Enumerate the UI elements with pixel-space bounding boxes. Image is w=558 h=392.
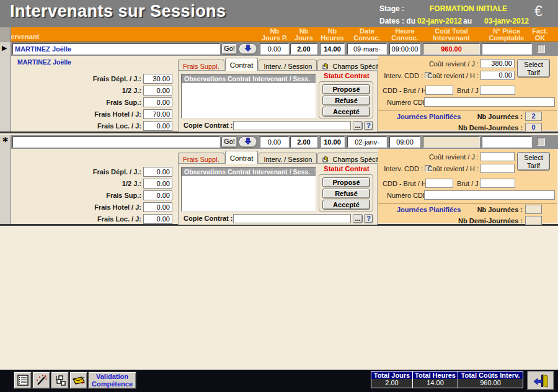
frais-demi-field[interactable]: 0.00 [143, 86, 172, 96]
frais-sup-field[interactable]: 0.00 [143, 190, 172, 200]
cout-revient-h-field[interactable] [480, 164, 515, 173]
brut-j-label: Brut / J : [457, 87, 482, 94]
heure-convoc-field[interactable]: 09:00:00 [389, 43, 420, 55]
browse-button[interactable]: ... [353, 214, 363, 223]
frais-loc-label: Frais Loc. / J: [36, 215, 141, 223]
cout-revient-j-label: Coût revient / J : [429, 60, 479, 68]
select-tarif-button[interactable]: Select Tarif [517, 152, 550, 171]
frais-hotel-field[interactable]: 70.00 [143, 109, 172, 119]
tab-frais-suppl[interactable]: Frais Suppl. [178, 153, 224, 164]
propose-button[interactable]: Proposé [322, 84, 370, 94]
fact-ok-checkbox[interactable] [537, 45, 545, 53]
cdd-brut-h-field[interactable] [425, 179, 453, 188]
date-convoc-field[interactable]: 09-mars-2010 [347, 43, 387, 55]
nb-heures-field[interactable]: 10.00 [320, 136, 345, 148]
panel-divider [378, 110, 557, 110]
col-fact-ok: Fact. OK [528, 28, 552, 42]
arrow-down-button[interactable] [239, 136, 257, 148]
tab-interv-session[interactable]: Interv. / Session [259, 153, 317, 164]
record-detail: MARTINEZ Joëlle Frais Dépl. / J.: 30.00 … [11, 56, 558, 131]
help-button[interactable]: ? [364, 121, 373, 130]
tab-contrat[interactable]: Contrat [225, 151, 259, 164]
intervenant-field[interactable]: MARTINEZ Joëlle [12, 43, 220, 55]
frais-demi-label: 1/2 J.: [36, 180, 141, 187]
frais-depl-field[interactable]: 0.00 [143, 167, 172, 177]
nb-jours-p-field[interactable]: 0.00 [260, 136, 289, 148]
frais-hotel-field[interactable]: 0.00 [143, 202, 172, 212]
record-selector-gutter[interactable]: ▶ [0, 42, 11, 131]
copie-contrat-field[interactable] [233, 214, 351, 223]
frais-demi-field[interactable]: 0.00 [143, 179, 172, 189]
org-chart-button[interactable] [51, 372, 69, 389]
date-convoc-field[interactable]: 02-janv-2012 [347, 136, 387, 148]
nb-jours-p-field[interactable]: 0.00 [260, 43, 289, 55]
numero-cdd-field[interactable] [424, 97, 555, 107]
col-cout-total: Coût Total Intervenant [423, 28, 479, 42]
fact-ok-checkbox[interactable] [537, 138, 545, 146]
record-selector-gutter[interactable]: * [0, 135, 11, 224]
numero-cdd-field[interactable] [424, 190, 555, 200]
nb-jours-field[interactable]: 2.00 [290, 136, 317, 148]
arrow-down-icon [244, 137, 252, 145]
tab-frais-suppl[interactable]: Frais Suppl. [178, 60, 224, 71]
frais-depl-label: Frais Dépl. / J.: [36, 168, 141, 176]
accepte-button[interactable]: Accepté [322, 200, 370, 210]
copie-contrat-field[interactable] [233, 121, 351, 130]
propose-button[interactable]: Proposé [322, 177, 370, 187]
col-heure-convoc: Heure Convoc. [386, 28, 423, 42]
accepte-button[interactable]: Accepté [322, 107, 370, 117]
brut-j-field[interactable] [480, 179, 515, 188]
journees-planifiees-label: Journées Planifiées [397, 206, 461, 213]
cout-revient-h-field[interactable]: 0.00 [480, 71, 515, 80]
cout-revient-j-field[interactable] [480, 152, 515, 161]
arrow-down-button[interactable] [239, 43, 257, 55]
detail-tabs: Frais Suppl. Contrat Interv. / Session C… [178, 58, 401, 71]
heure-convoc-field[interactable]: 09:00 [389, 136, 420, 148]
frais-hotel-label: Frais Hotel / J: [36, 203, 141, 211]
frais-loc-field[interactable]: 0.00 [143, 121, 172, 131]
detail-intervenant-name: MARTINEZ Joëlle [17, 58, 71, 66]
cout-total-field: 960.00 [423, 43, 480, 55]
go-button[interactable]: Go! [221, 136, 237, 148]
observations-textarea[interactable]: Observations Contrat Intervenant / Sess. [181, 167, 316, 212]
tab-interv-session[interactable]: Interv. / Session [259, 60, 317, 71]
cdd-brut-h-field[interactable] [425, 86, 453, 95]
cout-revient-h-label: Coût revient / H : [427, 72, 479, 79]
frais-loc-field[interactable]: 0.00 [143, 214, 172, 224]
dates-to-label: au [463, 17, 472, 25]
intervenant-field[interactable] [12, 136, 220, 148]
mail-button[interactable] [69, 372, 87, 389]
cout-panel: Coût revient / J : 380.00 Select Tarif I… [378, 56, 557, 130]
piece-comptable-field[interactable] [482, 136, 532, 148]
nb-demi-journees-label: Nb Demi-Journées : [458, 217, 523, 225]
go-button[interactable]: Go! [221, 43, 237, 55]
brut-j-field[interactable] [480, 86, 515, 95]
nb-heures-field[interactable]: 14.00 [320, 43, 345, 55]
col-nb-heures: Nb Heures [314, 28, 351, 42]
refuse-button[interactable]: Refusé [322, 189, 370, 198]
nb-journees-label: Nb Journées : [477, 206, 523, 213]
records-list-button[interactable] [14, 372, 32, 389]
tab-contrat[interactable]: Contrat [225, 58, 259, 71]
observations-textarea[interactable]: Observations Contrat Intervenant / Sess. [181, 74, 316, 118]
cout-revient-j-field[interactable]: 380.00 [480, 59, 515, 68]
frais-sup-field[interactable]: 0.00 [143, 97, 172, 107]
refuse-button[interactable]: Refusé [322, 96, 370, 105]
validation-competence-button[interactable]: Validation Compétence [88, 372, 136, 389]
frais-depl-field[interactable]: 30.00 [143, 74, 172, 84]
magic-wand-button[interactable] [32, 372, 50, 389]
exit-button[interactable] [527, 371, 554, 390]
piece-comptable-field[interactable] [482, 43, 532, 55]
record-row: MARTINEZ Joëlle Go! 0.00 2.00 14.00 09-m… [11, 42, 558, 56]
contrat-tab-panel: Observations Contrat Intervenant / Sess.… [178, 163, 378, 225]
brut-j-label: Brut / J : [457, 180, 482, 187]
help-button[interactable]: ? [364, 214, 373, 223]
statut-contrat-label: Statut Contrat [318, 72, 375, 79]
frais-depl-label: Frais Dépl. / J.: [36, 75, 141, 82]
nb-jours-field[interactable]: 2.00 [290, 43, 317, 55]
nb-journees-label: Nb Journées : [477, 113, 523, 120]
browse-button[interactable]: ... [353, 121, 363, 130]
page-title: Intervenants sur Sessions [10, 2, 226, 21]
select-tarif-button[interactable]: Select Tarif [517, 59, 550, 78]
total-couts-value: 960.00 [458, 379, 523, 388]
